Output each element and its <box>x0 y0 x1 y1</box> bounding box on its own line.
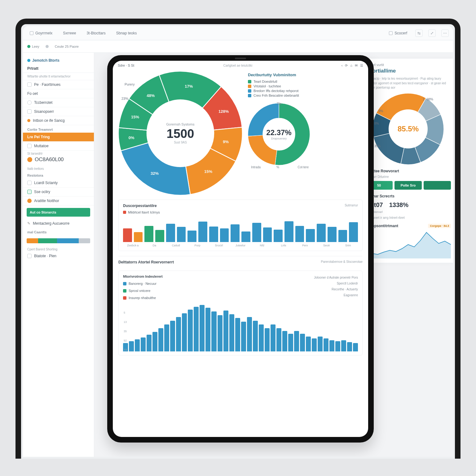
sidebar-link-1[interactable]: Sse ocliry <box>23 187 94 196</box>
sidebar-group: Cortte Treamnrt <box>23 125 94 133</box>
right-donut-lbl-3: 9% <box>379 109 383 113</box>
small-donut-bl-1: % <box>276 165 279 169</box>
x-category: Seotr <box>317 244 336 247</box>
status-left: Sdre · S St <box>118 64 134 67</box>
panel-b-subtitle: Parerotabernoe & Stscserotae <box>321 260 363 267</box>
x-category: Porp <box>187 244 207 247</box>
toolbar-item-1[interactable]: Sxrreee <box>60 30 78 37</box>
donut-outer-label-1: 23% <box>121 97 128 100</box>
legend-item: Sprosl vntcere <box>123 289 290 293</box>
panel-b-side-item: Recorthe · Actuerty <box>290 286 358 292</box>
sidebar-entry-3[interactable]: Sisanopserr <box>23 107 94 116</box>
sidebar-cat: mal Caantts <box>23 228 94 235</box>
sidebar-tail[interactable]: ✎Mentacterg Aucueorre <box>23 219 94 228</box>
sidebar-entry-0[interactable]: Pe · Faorttmues <box>23 80 94 89</box>
y-tick: 13 <box>124 320 127 324</box>
panel-b-title: Delttatorrs Atortel Roervornerrt <box>118 260 174 264</box>
sidebar-active[interactable]: Lre Pel Tring <box>23 133 94 142</box>
sidebar-item2-0[interactable]: Muttatoe <box>23 142 94 151</box>
legend-title: Dectburtutty Vubminitom <box>248 73 363 77</box>
sidebar-entry-4[interactable]: Intbon ce ife Sancg <box>23 116 94 125</box>
small-donut-chart: 22.37% Drapouerary 79s Intrada % Cot·ter… <box>248 103 310 165</box>
sidebar-headline: Jemotch Btorts <box>23 56 94 64</box>
main-donut-caption: Gorernsh Systoms <box>166 122 194 126</box>
donut-seg-label: 48% <box>147 93 155 98</box>
dot-icon <box>27 119 30 122</box>
toolbar-action-2[interactable]: ⤢ <box>428 29 436 37</box>
sidebar-link-2[interactable]: Aratitte Notthor <box>23 196 94 205</box>
toolbar-item-2[interactable]: 3t-Btocttars <box>84 30 108 37</box>
toolbar-right-label[interactable]: Scocerf <box>386 30 410 37</box>
panel-b-bars <box>123 305 358 351</box>
right-stat-1: 1338% <box>389 201 408 214</box>
sidebar-footer[interactable]: Btatote · Plen <box>23 252 94 260</box>
subbar-item-1[interactable] <box>46 45 49 48</box>
x-category: Cattutl <box>166 244 186 247</box>
nav-back-icon[interactable]: ‹ <box>342 64 343 67</box>
legend-swatch-icon <box>123 211 126 214</box>
sidebar-mini-chart <box>27 238 90 243</box>
small-donut-bl-0: Intrada <box>251 165 261 169</box>
box-icon <box>27 254 32 258</box>
square-icon <box>27 144 32 148</box>
tablet-statusbar: Sdre · S St Cartgloet ae teiutcitki ‹ ⟳ … <box>113 61 368 70</box>
right-tab-1[interactable]: Polte Sro <box>394 181 422 190</box>
panel-b-side-item: Jolooner d Autrale proeretr Pors <box>290 275 358 280</box>
sidebar-entry-1[interactable]: Fo oet <box>23 89 94 98</box>
panel-b: Delttatorrs Atortel Roervornerrt Parerot… <box>118 256 363 355</box>
app-toolbar: Goyrrmelx Sxrreee 3t-Btocttars Sbnap teo… <box>23 26 453 40</box>
square-icon <box>27 82 32 87</box>
legend-item: Insurep nhabulthe <box>123 296 290 300</box>
nav-home-icon[interactable]: ⌂ <box>350 64 352 67</box>
y-tick: 5 <box>124 311 125 314</box>
main-donut-sub: Sust 9AS <box>174 141 187 144</box>
sidebar-sec2: Restotora <box>23 171 94 178</box>
right-donut-lbl-0: 1 · 98% <box>423 98 433 101</box>
panel-a-title: Duscorpesstantilre <box>123 204 358 208</box>
legend-item: Banorerg · Necuur <box>123 282 290 285</box>
x-category: Sroctrl <box>209 244 229 247</box>
toolbar-action-1[interactable]: ⇆ <box>415 29 423 37</box>
right-donut-lbl-2: 35% <box>374 144 381 148</box>
panel-a-bars <box>123 216 358 242</box>
sidebar-cta-button[interactable]: Aut co Storarcts <box>27 208 90 217</box>
right-donut-value: 85.5% <box>398 125 419 133</box>
donut-seg-label: 128% <box>218 109 229 114</box>
subbar-item-2[interactable]: Ceute 25 Paore <box>55 45 79 48</box>
nav-mail-icon[interactable]: ✉ <box>355 64 358 68</box>
check-icon <box>27 190 32 194</box>
app-subbar: Leey Ceute 25 Paore <box>23 40 453 53</box>
x-category: Juteelur <box>231 244 250 247</box>
donut-outer-label-0: Purery <box>125 82 134 86</box>
legend-item: Vrtotalol · tuchrtee <box>248 84 363 88</box>
donut-seg-label: 15% <box>204 169 212 174</box>
legend-swatch-icon <box>123 282 126 285</box>
status-center: Cartgloet ae teiutcitki <box>223 64 252 67</box>
right-pre: Gooprl vurtit <box>365 63 451 67</box>
toolbar-item-0[interactable]: Goyrrmelx <box>27 30 55 37</box>
small-donut-bl-2: Cot·tere <box>298 165 309 169</box>
toolbar-item-3[interactable]: Sbnap teoks <box>114 30 139 37</box>
right-tab-2[interactable] <box>424 181 451 190</box>
status-dot-icon <box>27 45 30 48</box>
right-sparkline <box>365 231 451 258</box>
donut-seg-label: 17% <box>185 84 193 89</box>
nav-refresh-icon[interactable]: ⟳ <box>345 64 348 68</box>
panel-b-side-item: Sperctl Loderdr <box>290 280 358 286</box>
panel-b-side-item: Eagvanrre <box>290 292 358 298</box>
panel-b-card-title: Mtorivrotrom Indeslerert <box>123 275 290 278</box>
right-title: Coprtiallime <box>365 68 451 74</box>
panel-a-cats: Zeebck·aDaCattutlPorpSroctrlJuteelurNfdL… <box>123 244 358 247</box>
x-category: Zeebck·a <box>123 244 143 247</box>
right-para: Otcebacip · lelp ta les reesortsurpirrer… <box>365 77 451 90</box>
toolbar-action-3[interactable]: ⋯ <box>441 29 449 37</box>
panel-a-subtitle: Sutrrarrur <box>345 204 358 207</box>
coin-icon <box>27 157 32 162</box>
sidebar-stat-label2: Itatb trettors <box>23 166 94 171</box>
nav-menu-icon[interactable]: ☰ <box>360 64 363 68</box>
sidebar-entry-2[interactable]: Tccberrotet <box>23 98 94 107</box>
legend-item: Bredorr Iffs dectotiay rehporot <box>248 89 363 93</box>
sidebar-link-0[interactable]: Lcardl Sctanty <box>23 178 94 187</box>
warn-icon <box>27 199 32 203</box>
subbar-item-0[interactable]: Leey <box>27 45 39 48</box>
